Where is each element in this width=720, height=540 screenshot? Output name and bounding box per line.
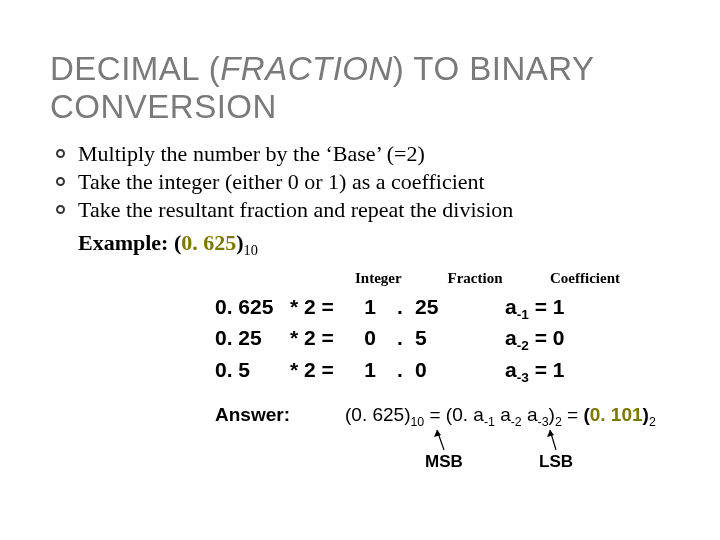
coef-a: a [505, 358, 517, 381]
title-part1: DECIMAL ( [50, 50, 220, 87]
cell-coefficient: a-3 = 1 [505, 356, 625, 388]
cell-op: * 2 = [290, 356, 355, 384]
cell-fraction: 25 [415, 293, 470, 321]
ans-res-base: 2 [649, 414, 656, 428]
coef-eq: = 0 [529, 326, 565, 349]
example-base: 10 [244, 243, 258, 259]
cell-integer: 1 [355, 293, 385, 321]
table-row: 0. 5 * 2 = 1 . 0 a-3 = 1 [215, 356, 670, 388]
svg-marker-1 [434, 430, 441, 437]
cell-number: 0. 625 [215, 293, 290, 321]
ans-p4: a [522, 404, 538, 425]
example-value: 0. 625 [181, 230, 236, 255]
cell-op: * 2 = [290, 293, 355, 321]
header-fraction: Fraction [430, 270, 520, 287]
coef-a: a [505, 326, 517, 349]
lsb-pointer: LSB [531, 428, 581, 472]
msb-pointer: MSB [419, 428, 469, 472]
coef-sub: -2 [517, 339, 529, 354]
arrow-up-icon [434, 428, 454, 452]
cell-integer: 1 [355, 356, 385, 384]
ans-s2: -2 [511, 414, 522, 428]
example-close: ) [236, 230, 243, 255]
example-label: Example: ( [78, 230, 181, 255]
cell-fraction: 5 [415, 324, 470, 352]
bullet-item: Take the integer (either 0 or 1) as a co… [56, 168, 670, 196]
cell-dot: . [385, 293, 415, 321]
answer-row: Answer: (0. 625)10 = (0. a-1 a-2 a-3)2 =… [215, 404, 670, 429]
header-coefficient: Coefficient [530, 270, 640, 287]
cell-op: * 2 = [290, 324, 355, 352]
title-line2: CONVERSION [50, 88, 277, 125]
ans-p3: a [495, 404, 511, 425]
cell-number: 0. 25 [215, 324, 290, 352]
ans-p6: = [562, 404, 584, 425]
answer-expression: (0. 625)10 = (0. a-1 a-2 a-3)2 = (0. 101… [345, 404, 656, 429]
arrow-up-icon [546, 428, 566, 452]
ans-p2: = (0. a [424, 404, 484, 425]
title-italic: FRACTION [220, 50, 393, 87]
cell-dot: . [385, 356, 415, 384]
table-headers: Integer Fraction Coefficient [215, 270, 670, 287]
pointer-row: MSB LSB [215, 428, 670, 488]
ans-b1: 10 [410, 414, 424, 428]
msb-label: MSB [425, 452, 463, 471]
answer-label: Answer: [215, 404, 345, 426]
coef-eq: = 1 [529, 358, 565, 381]
table-row: 0. 625 * 2 = 1 . 25 a-1 = 1 [215, 293, 670, 325]
cell-coefficient: a-2 = 0 [505, 324, 625, 356]
table-rows: 0. 625 * 2 = 1 . 25 a-1 = 1 0. 25 * 2 = … [215, 293, 670, 388]
title-part2: ) TO BINARY [393, 50, 595, 87]
table-row: 0. 25 * 2 = 0 . 5 a-2 = 0 [215, 324, 670, 356]
cell-fraction: 0 [415, 356, 470, 384]
bullet-item: Take the resultant fraction and repeat t… [56, 196, 670, 224]
coef-sub: -3 [517, 370, 529, 385]
ans-b2: 2 [555, 414, 562, 428]
example-line: Example: (0. 625)10 [78, 230, 670, 259]
coef-sub: -1 [517, 307, 529, 322]
lsb-label: LSB [539, 452, 573, 471]
cell-dot: . [385, 324, 415, 352]
coef-a: a [505, 295, 517, 318]
ans-p1: (0. 625) [345, 404, 410, 425]
coef-eq: = 1 [529, 295, 565, 318]
slide-title: DECIMAL (FRACTION) TO BINARY CONVERSION [50, 50, 670, 126]
svg-marker-3 [547, 430, 554, 437]
ans-res-val: 0. 101 [590, 404, 643, 425]
bullet-item: Multiply the number by the ‘Base’ (=2) [56, 140, 670, 168]
cell-coefficient: a-1 = 1 [505, 293, 625, 325]
slide: DECIMAL (FRACTION) TO BINARY CONVERSION … [0, 0, 720, 488]
ans-s1: -1 [484, 414, 495, 428]
header-integer: Integer [355, 270, 430, 287]
conversion-table: Integer Fraction Coefficient 0. 625 * 2 … [215, 270, 670, 429]
bullet-list: Multiply the number by the ‘Base’ (=2) T… [50, 140, 670, 224]
cell-number: 0. 5 [215, 356, 290, 384]
cell-integer: 0 [355, 324, 385, 352]
ans-s3: -3 [538, 414, 549, 428]
